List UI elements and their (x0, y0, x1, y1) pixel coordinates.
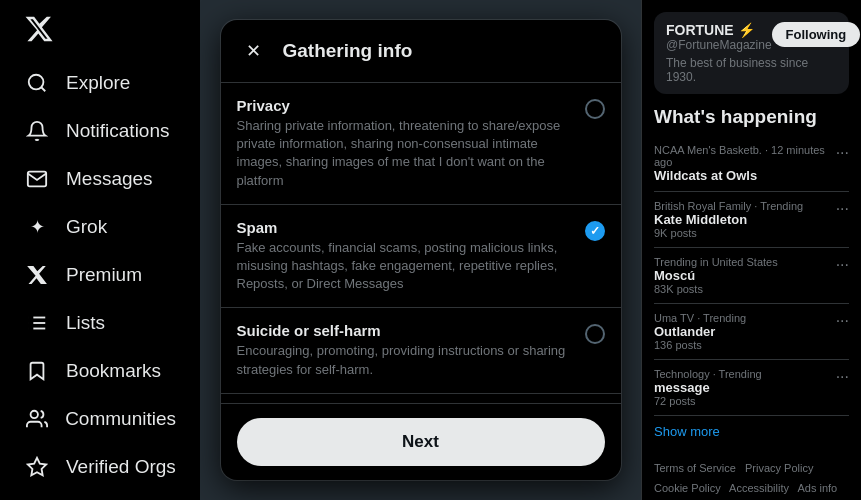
option-spam-text: Spam Fake accounts, financial scams, pos… (237, 219, 573, 294)
option-sensitive[interactable]: Sensitive or disturbing media Graphic Co… (221, 394, 621, 403)
sidebar-label-premium: Premium (66, 264, 142, 286)
grok-icon: ✦ (24, 214, 50, 240)
option-suicide-text: Suicide or self-harm Encouraging, promot… (237, 322, 573, 378)
svg-line-1 (41, 87, 45, 91)
explore-icon (24, 70, 50, 96)
sidebar-item-notifications[interactable]: Notifications (12, 108, 188, 154)
premium-icon (24, 262, 50, 288)
trend-name-1: Kate Middleton (654, 212, 803, 227)
modal-body[interactable]: Privacy Sharing private information, thr… (221, 83, 621, 403)
modal-title: Gathering info (283, 40, 413, 62)
footer-privacy[interactable]: Privacy Policy (745, 462, 813, 474)
happening-section: What's happening NCAA Men's Basketb. · 1… (654, 106, 849, 447)
option-spam-radio[interactable] (585, 221, 605, 241)
trend-name-0: Wildcats at Owls (654, 168, 836, 183)
sidebar-item-bookmarks[interactable]: Bookmarks (12, 348, 188, 394)
trend-meta-0: NCAA Men's Basketb. · 12 minutes ago (654, 144, 836, 168)
verified-icon (24, 454, 50, 480)
trend-row-3: Uma TV · Trending Outlander 136 posts ··… (654, 312, 849, 351)
sidebar-label-notifications: Notifications (66, 120, 170, 142)
fortune-card: FORTUNE ⚡ @FortuneMagazine Following The… (654, 12, 849, 94)
trend-more-0[interactable]: ··· (836, 144, 849, 162)
fortune-name: FORTUNE ⚡ (666, 22, 772, 38)
trend-content-2: Trending in United States Moscú 83K post… (654, 256, 778, 295)
modal-footer: Next (221, 403, 621, 480)
trend-content-0: NCAA Men's Basketb. · 12 minutes ago Wil… (654, 144, 836, 183)
footer-accessibility[interactable]: Accessibility (729, 482, 789, 494)
fortune-desc: The best of business since 1930. (666, 56, 837, 84)
communities-icon (24, 406, 49, 432)
sidebar-item-verified[interactable]: Verified Orgs (12, 444, 188, 490)
main-area: ✕ Gathering info Privacy Sharing private… (200, 0, 641, 500)
svg-marker-9 (28, 458, 46, 475)
sidebar-item-messages[interactable]: Messages (12, 156, 188, 202)
sidebar-label-verified: Verified Orgs (66, 456, 176, 478)
bookmark-icon (24, 358, 50, 384)
sidebar-item-communities[interactable]: Communities (12, 396, 188, 442)
fortune-info: FORTUNE ⚡ @FortuneMagazine (666, 22, 772, 52)
option-suicide-title: Suicide or self-harm (237, 322, 573, 339)
trend-posts-4: 72 posts (654, 395, 762, 407)
sidebar: Explore Notifications Messages ✦ Grok Pr… (0, 0, 200, 500)
right-panel: FORTUNE ⚡ @FortuneMagazine Following The… (641, 0, 861, 500)
trend-name-4: message (654, 380, 762, 395)
trend-more-3[interactable]: ··· (836, 312, 849, 330)
trend-more-4[interactable]: ··· (836, 368, 849, 386)
trend-content-1: British Royal Family · Trending Kate Mid… (654, 200, 803, 239)
option-privacy-text: Privacy Sharing private information, thr… (237, 97, 573, 190)
trend-meta-1: British Royal Family · Trending (654, 200, 803, 212)
trend-posts-2: 83K posts (654, 283, 778, 295)
sidebar-label-messages: Messages (66, 168, 153, 190)
footer-cookie[interactable]: Cookie Policy (654, 482, 721, 494)
trend-item-3[interactable]: Uma TV · Trending Outlander 136 posts ··… (654, 304, 849, 360)
trend-meta-3: Uma TV · Trending (654, 312, 746, 324)
svg-point-8 (30, 411, 37, 418)
trend-item-2[interactable]: Trending in United States Moscú 83K post… (654, 248, 849, 304)
option-suicide-radio[interactable] (585, 324, 605, 344)
lists-icon (24, 310, 50, 336)
trend-more-2[interactable]: ··· (836, 256, 849, 274)
sidebar-item-profile[interactable]: Profile (12, 492, 188, 500)
sidebar-label-grok: Grok (66, 216, 107, 238)
option-privacy-radio[interactable] (585, 99, 605, 119)
trend-content-3: Uma TV · Trending Outlander 136 posts (654, 312, 746, 351)
x-logo[interactable] (12, 8, 188, 54)
sidebar-item-grok[interactable]: ✦ Grok (12, 204, 188, 250)
next-button[interactable]: Next (237, 418, 605, 466)
trend-name-2: Moscú (654, 268, 778, 283)
option-spam-desc: Fake accounts, financial scams, posting … (237, 239, 573, 294)
trend-item-4[interactable]: Technology · Trending message 72 posts ·… (654, 360, 849, 416)
modal-close-button[interactable]: ✕ (237, 34, 271, 68)
trend-name-3: Outlander (654, 324, 746, 339)
trend-content-4: Technology · Trending message 72 posts (654, 368, 762, 407)
sidebar-label-bookmarks: Bookmarks (66, 360, 161, 382)
fortune-handle: @FortuneMagazine (666, 38, 772, 52)
sidebar-label-lists: Lists (66, 312, 105, 334)
bell-icon (24, 118, 50, 144)
happening-title: What's happening (654, 106, 849, 128)
option-spam-title: Spam (237, 219, 573, 236)
fortune-header: FORTUNE ⚡ @FortuneMagazine Following (666, 22, 837, 52)
sidebar-item-premium[interactable]: Premium (12, 252, 188, 298)
trend-item-1[interactable]: British Royal Family · Trending Kate Mid… (654, 192, 849, 248)
option-suicide[interactable]: Suicide or self-harm Encouraging, promot… (221, 308, 621, 393)
gathering-info-modal: ✕ Gathering info Privacy Sharing private… (221, 20, 621, 480)
trend-meta-2: Trending in United States (654, 256, 778, 268)
option-privacy-desc: Sharing private information, threatening… (237, 117, 573, 190)
mail-icon (24, 166, 50, 192)
footer-terms[interactable]: Terms of Service (654, 462, 736, 474)
fortune-follow-button[interactable]: Following (772, 22, 861, 47)
fortune-emoji: ⚡ (738, 22, 755, 38)
sidebar-item-lists[interactable]: Lists (12, 300, 188, 346)
option-suicide-desc: Encouraging, promoting, providing instru… (237, 342, 573, 378)
sidebar-item-explore[interactable]: Explore (12, 60, 188, 106)
sidebar-label-communities: Communities (65, 408, 176, 430)
option-privacy[interactable]: Privacy Sharing private information, thr… (221, 83, 621, 205)
option-privacy-title: Privacy (237, 97, 573, 114)
footer-ads[interactable]: Ads info (797, 482, 837, 494)
trend-item-0[interactable]: NCAA Men's Basketb. · 12 minutes ago Wil… (654, 136, 849, 192)
option-spam[interactable]: Spam Fake accounts, financial scams, pos… (221, 205, 621, 309)
trend-more-1[interactable]: ··· (836, 200, 849, 218)
show-more-button[interactable]: Show more (654, 416, 849, 447)
trend-row-2: Trending in United States Moscú 83K post… (654, 256, 849, 295)
